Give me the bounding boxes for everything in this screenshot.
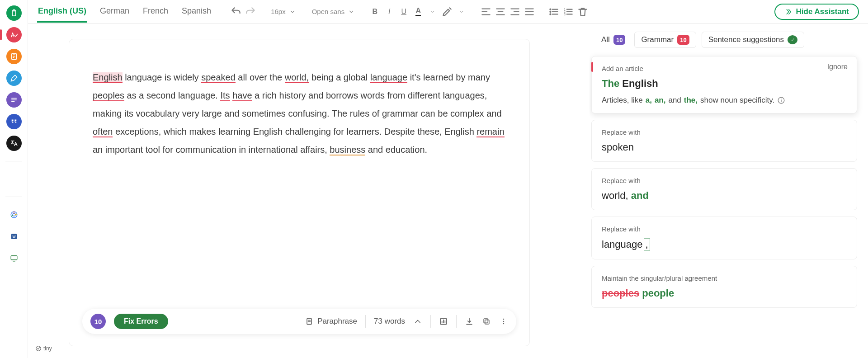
copy-icon[interactable] bbox=[482, 317, 491, 326]
card-value: peoples people bbox=[602, 287, 847, 299]
separator bbox=[5, 276, 22, 276]
left-icon-rail: W bbox=[0, 0, 28, 358]
align-justify-icon[interactable] bbox=[524, 6, 535, 18]
text-color-icon[interactable]: A bbox=[412, 6, 424, 18]
action-bar: 10 Fix Errors Paraphrase 73 words bbox=[82, 309, 516, 334]
svg-point-22 bbox=[503, 323, 505, 325]
chrome-icon[interactable] bbox=[6, 207, 22, 222]
suggestion-card-replace[interactable]: Replace with spoken bbox=[591, 120, 857, 162]
suggestion-card-article[interactable]: Add an article Ignore The English Articl… bbox=[591, 56, 857, 113]
card-description: Articles, like a, an, and the, show noun… bbox=[602, 96, 847, 105]
svg-point-21 bbox=[503, 321, 505, 322]
undo-icon[interactable] bbox=[230, 6, 242, 18]
numbered-list-icon[interactable]: 123 bbox=[562, 6, 574, 18]
chevron-up-icon[interactable] bbox=[413, 317, 422, 326]
word-count: 73 words bbox=[374, 317, 405, 326]
card-value: spoken bbox=[602, 141, 847, 153]
editor-card: English language is widely speaked all o… bbox=[69, 39, 530, 346]
filter-all[interactable]: All 10 bbox=[598, 32, 629, 48]
suggestion-card-replace[interactable]: Replace with world, and bbox=[591, 168, 857, 210]
paraphrase-button[interactable]: Paraphrase bbox=[305, 317, 357, 326]
summarize-icon[interactable] bbox=[6, 92, 22, 108]
chevrons-right-icon bbox=[784, 8, 793, 16]
premium-icon[interactable] bbox=[6, 171, 22, 187]
highlight-dropdown-icon[interactable] bbox=[456, 6, 467, 18]
svg-point-20 bbox=[503, 319, 505, 320]
highlight-icon[interactable] bbox=[441, 6, 453, 18]
filter-grammar-label: Grammar bbox=[641, 35, 674, 44]
card-value: language, bbox=[602, 238, 847, 251]
toolbar: English (US) German French Spanish 16px … bbox=[28, 0, 868, 24]
ignore-button[interactable]: Ignore bbox=[827, 63, 848, 71]
filter-all-count: 10 bbox=[613, 35, 625, 45]
editor-text[interactable]: English language is widely speaked all o… bbox=[93, 68, 506, 159]
svg-rect-18 bbox=[485, 320, 489, 324]
filter-sentence[interactable]: Sentence suggestions bbox=[702, 32, 804, 48]
align-left-icon[interactable] bbox=[480, 6, 492, 18]
card-label: Replace with bbox=[602, 177, 847, 184]
tiny-logo: tiny bbox=[35, 345, 52, 352]
card-label: Replace with bbox=[602, 225, 847, 233]
svg-point-11 bbox=[550, 11, 551, 12]
lang-tab-es[interactable]: Spanish bbox=[181, 1, 212, 23]
download-icon[interactable] bbox=[465, 317, 474, 326]
info-icon[interactable] bbox=[777, 96, 785, 104]
translate-icon[interactable] bbox=[6, 136, 22, 151]
mail-icon[interactable] bbox=[6, 308, 22, 323]
font-family-select[interactable]: Open sans bbox=[310, 7, 357, 16]
separator bbox=[430, 315, 431, 328]
filter-grammar[interactable]: Grammar 10 bbox=[634, 32, 696, 48]
separator bbox=[365, 315, 366, 328]
clipboard-icon[interactable] bbox=[6, 5, 22, 21]
separator bbox=[5, 161, 22, 161]
hide-assistant-button[interactable]: Hide Assistant bbox=[774, 4, 859, 20]
pen-icon[interactable] bbox=[6, 71, 22, 86]
separator bbox=[5, 197, 22, 197]
bullet-list-icon[interactable] bbox=[548, 6, 560, 18]
grammar-check-icon[interactable] bbox=[6, 27, 22, 42]
assistant-panel: All 10 Grammar 10 Sentence suggestions A… bbox=[590, 24, 868, 358]
text-color-dropdown-icon[interactable] bbox=[427, 6, 439, 18]
error-count-badge: 10 bbox=[90, 314, 106, 329]
help-icon[interactable] bbox=[6, 286, 22, 301]
paraphrase-label: Paraphrase bbox=[317, 317, 357, 326]
bold-icon[interactable]: B bbox=[369, 6, 381, 18]
suggestion-cards: Add an article Ignore The English Articl… bbox=[591, 56, 857, 308]
monitor-icon[interactable] bbox=[6, 250, 22, 266]
svg-rect-9 bbox=[11, 314, 17, 318]
stats-icon[interactable] bbox=[439, 317, 448, 326]
word-count-label: 73 words bbox=[374, 317, 405, 326]
svg-point-10 bbox=[550, 9, 551, 9]
fix-errors-button[interactable]: Fix Errors bbox=[114, 314, 168, 329]
lang-tab-de[interactable]: German bbox=[99, 1, 130, 23]
more-icon[interactable] bbox=[499, 317, 508, 326]
filter-sentence-label: Sentence suggestions bbox=[708, 35, 784, 44]
hide-assistant-label: Hide Assistant bbox=[796, 7, 849, 16]
svg-point-12 bbox=[550, 14, 551, 14]
font-size-select[interactable]: 16px bbox=[269, 7, 297, 16]
lang-tab-en[interactable]: English (US) bbox=[37, 1, 87, 23]
align-right-icon[interactable] bbox=[509, 6, 521, 18]
redo-icon[interactable] bbox=[245, 6, 256, 18]
underline-icon[interactable]: U bbox=[398, 6, 410, 18]
quote-icon[interactable] bbox=[6, 114, 22, 129]
filter-all-label: All bbox=[601, 35, 610, 44]
align-center-icon[interactable] bbox=[495, 6, 506, 18]
filter-row: All 10 Grammar 10 Sentence suggestions bbox=[591, 32, 857, 48]
card-headline: The English bbox=[602, 78, 847, 90]
check-icon bbox=[788, 35, 797, 44]
suggestion-card-agreement[interactable]: Maintain the singular/plural agreement p… bbox=[591, 266, 857, 308]
word-icon[interactable]: W bbox=[6, 229, 22, 244]
presentation-icon[interactable] bbox=[6, 49, 22, 64]
lang-tab-fr[interactable]: French bbox=[142, 1, 169, 23]
language-tabs: English (US) German French Spanish bbox=[37, 1, 223, 23]
card-label: Add an article bbox=[602, 65, 847, 72]
svg-rect-19 bbox=[484, 319, 488, 323]
card-label: Replace with bbox=[602, 128, 847, 136]
trash-icon[interactable] bbox=[577, 6, 589, 18]
suggestion-card-replace[interactable]: Replace with language, bbox=[591, 217, 857, 259]
tiny-label: tiny bbox=[43, 345, 52, 352]
paraphrase-icon bbox=[305, 317, 314, 326]
font-size-value: 16px bbox=[271, 8, 286, 15]
italic-icon[interactable]: I bbox=[383, 6, 395, 18]
